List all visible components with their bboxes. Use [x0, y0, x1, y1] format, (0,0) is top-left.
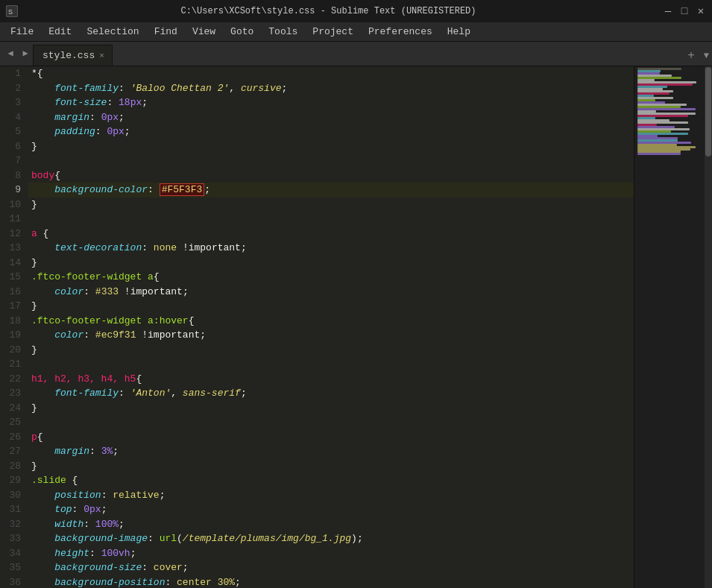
- line-number-8: 8: [4, 168, 21, 183]
- nav-forward-button[interactable]: ▶: [18, 41, 33, 66]
- code-line-22: h1, h2, h3, h4, h5{: [28, 372, 634, 387]
- code-line-21: [28, 357, 634, 372]
- minimize-button[interactable]: —: [663, 6, 673, 16]
- line-number-28: 28: [4, 459, 21, 474]
- line-number-36: 36: [4, 575, 21, 589]
- menu-preferences[interactable]: Preferences: [361, 25, 440, 39]
- minimap: [634, 66, 705, 588]
- menu-project[interactable]: Project: [305, 25, 361, 39]
- code-line-34: height: 100vh;: [28, 546, 634, 561]
- code-line-6: }: [28, 139, 634, 154]
- line-number-15: 15: [4, 270, 21, 285]
- line-number-4: 4: [4, 110, 21, 125]
- menu-selection[interactable]: Selection: [79, 25, 146, 39]
- menu-edit[interactable]: Edit: [41, 25, 79, 39]
- line-number-2: 2: [4, 81, 21, 96]
- code-line-5: padding: 0px;: [28, 124, 634, 139]
- line-number-6: 6: [4, 139, 21, 154]
- code-line-9: background-color: #F5F3F3;: [28, 183, 634, 197]
- code-line-14: }: [28, 256, 634, 271]
- code-area[interactable]: *{ font-family: 'Baloo Chettan 2', cursi…: [28, 66, 634, 588]
- line-number-11: 11: [4, 212, 21, 227]
- line-number-13: 13: [4, 241, 21, 256]
- line-number-27: 27: [4, 444, 21, 459]
- line-number-35: 35: [4, 560, 21, 575]
- scrollbar-thumb[interactable]: [705, 67, 711, 157]
- code-line-33: background-image: url(/template/plumas/i…: [28, 531, 634, 546]
- code-line-26: p{: [28, 430, 634, 445]
- window-title: C:\Users\XCSoft\style.css - Sublime Text…: [0, 6, 657, 16]
- code-line-8: body{: [28, 168, 634, 183]
- menu-file[interactable]: File: [3, 25, 41, 39]
- code-line-13: text-decoration: none !important;: [28, 241, 634, 256]
- line-number-20: 20: [4, 343, 21, 358]
- line-number-26: 26: [4, 430, 21, 445]
- code-line-30: position: relative;: [28, 488, 634, 503]
- code-line-11: [28, 212, 634, 227]
- line-number-12: 12: [4, 227, 21, 241]
- line-number-21: 21: [4, 357, 21, 372]
- code-line-29: .slide {: [28, 473, 634, 488]
- line-number-29: 29: [4, 473, 21, 488]
- line-number-22: 22: [4, 372, 21, 387]
- line-number-16: 16: [4, 285, 21, 300]
- code-line-3: font-size: 18px;: [28, 95, 634, 110]
- tab-close-button[interactable]: ×: [99, 51, 104, 60]
- new-tab-button[interactable]: +: [681, 46, 701, 66]
- menu-bar: File Edit Selection Find View Goto Tools…: [0, 22, 712, 42]
- code-line-12: a {: [28, 227, 634, 241]
- line-number-1: 1: [4, 66, 21, 81]
- code-line-15: .ftco-footer-widget a{: [28, 270, 634, 285]
- code-line-27: margin: 3%;: [28, 444, 634, 459]
- line-number-24: 24: [4, 401, 21, 416]
- line-number-14: 14: [4, 256, 21, 271]
- tab-list-button[interactable]: ▼: [701, 48, 712, 64]
- close-button[interactable]: ✕: [696, 6, 706, 16]
- line-number-25: 25: [4, 415, 21, 430]
- line-number-19: 19: [4, 328, 21, 343]
- code-line-23: font-family: 'Anton', sans-serif;: [28, 386, 634, 401]
- title-bar: S C:\Users\XCSoft\style.css - Sublime Te…: [0, 0, 712, 22]
- code-line-31: top: 0px;: [28, 502, 634, 517]
- menu-help[interactable]: Help: [440, 25, 478, 39]
- line-number-23: 23: [4, 386, 21, 401]
- line-number-7: 7: [4, 154, 21, 168]
- scrollbar[interactable]: [705, 66, 712, 588]
- code-line-18: .ftco-footer-widget a:hover{: [28, 314, 634, 329]
- nav-back-button[interactable]: ◀: [3, 41, 18, 66]
- menu-goto[interactable]: Goto: [223, 25, 261, 39]
- maximize-button[interactable]: □: [679, 6, 690, 16]
- line-number-31: 31: [4, 502, 21, 517]
- code-line-1: *{: [28, 66, 634, 81]
- line-numbers: 1234567891011121314151617181920212223242…: [0, 66, 28, 588]
- line-number-17: 17: [4, 299, 21, 314]
- code-line-36: background-position: center 30%;: [28, 575, 634, 589]
- code-line-19: color: #ec9f31 !important;: [28, 328, 634, 343]
- code-line-16: color: #333 !important;: [28, 285, 634, 300]
- code-line-28: }: [28, 459, 634, 474]
- code-line-24: }: [28, 401, 634, 416]
- line-number-5: 5: [4, 124, 21, 139]
- menu-view[interactable]: View: [185, 25, 223, 39]
- code-line-10: }: [28, 197, 634, 212]
- line-number-9: 9: [4, 183, 21, 197]
- tab-filename: style.css: [42, 50, 95, 61]
- line-number-3: 3: [4, 95, 21, 110]
- tab-style-css[interactable]: style.css ×: [33, 45, 113, 66]
- line-number-18: 18: [4, 314, 21, 329]
- menu-tools[interactable]: Tools: [261, 25, 305, 39]
- editor: 1234567891011121314151617181920212223242…: [0, 66, 712, 588]
- code-line-25: [28, 415, 634, 430]
- code-line-2: font-family: 'Baloo Chettan 2', cursive;: [28, 81, 634, 96]
- line-number-10: 10: [4, 197, 21, 212]
- code-line-32: width: 100%;: [28, 517, 634, 532]
- code-line-20: }: [28, 343, 634, 358]
- menu-find[interactable]: Find: [147, 25, 185, 39]
- code-line-7: [28, 154, 634, 168]
- tab-controls: + ▼: [681, 46, 712, 66]
- line-number-34: 34: [4, 546, 21, 561]
- line-number-32: 32: [4, 517, 21, 532]
- code-line-17: }: [28, 299, 634, 314]
- code-line-35: background-size: cover;: [28, 560, 634, 575]
- code-line-4: margin: 0px;: [28, 110, 634, 125]
